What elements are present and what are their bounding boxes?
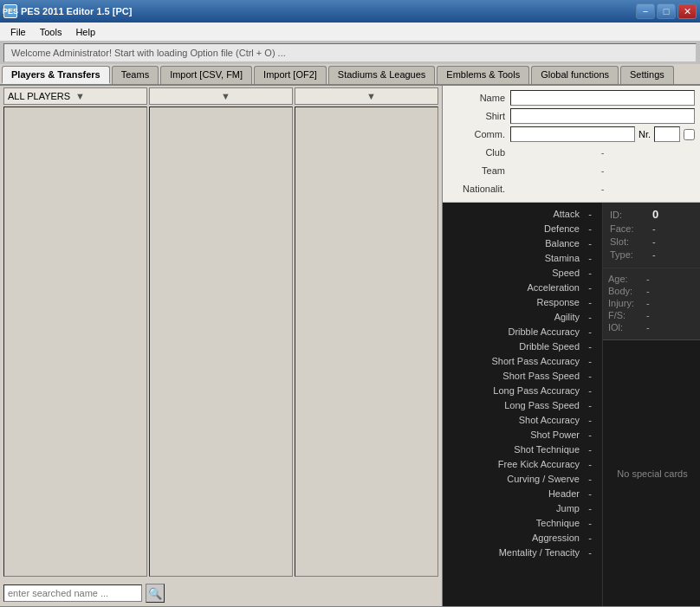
stat-row: Aggression - <box>446 530 599 545</box>
stat-value-6: - <box>581 297 599 307</box>
stat-label-13: Long Pass Speed <box>446 400 580 410</box>
special-cards: No special cards <box>603 340 700 606</box>
tab-import-csv[interactable]: Import [CSV, FM] <box>160 66 252 84</box>
tab-stadiums-leagues[interactable]: Stadiums & Leagues <box>328 66 436 84</box>
player-list-2[interactable] <box>149 107 293 577</box>
face-row: Face: - <box>610 223 695 234</box>
tab-global-functions[interactable]: Global functions <box>531 66 619 84</box>
iol-label: IOl: <box>608 322 643 333</box>
stat-row: Dribble Accuracy - <box>446 324 599 339</box>
stat-value-20: - <box>581 503 599 513</box>
stat-label-17: Free Kick Accuracy <box>446 459 580 469</box>
minimize-button[interactable]: − <box>636 3 655 19</box>
slot-row: Slot: - <box>610 236 695 247</box>
main-content: ALL PLAYERS ▼ ▼ ▼ 🔍 <box>0 86 700 606</box>
stat-label-12: Long Pass Accuracy <box>446 385 580 396</box>
tab-emblems-tools[interactable]: Emblems & Tools <box>437 66 529 84</box>
stat-value-13: - <box>581 400 599 410</box>
stat-label-3: Stamina <box>446 253 580 263</box>
stat-label-23: Mentality / Tenacity <box>446 547 580 558</box>
filter-dropdown-2[interactable]: ▼ <box>149 87 293 105</box>
stat-row: Attack - <box>446 206 599 221</box>
stat-value-12: - <box>581 385 599 396</box>
nationality-row: Nationalit. - <box>450 180 695 197</box>
menu-file[interactable]: File <box>3 25 33 39</box>
no-cards-text: No special cards <box>617 468 687 479</box>
stat-value-21: - <box>581 518 599 528</box>
stat-value-1: - <box>581 223 599 234</box>
player-list-3[interactable] <box>295 107 438 577</box>
filter-row: ALL PLAYERS ▼ ▼ ▼ <box>0 86 442 107</box>
comment-row: Comm. Nr. <box>450 126 695 143</box>
stat-row: Agility - <box>446 309 599 324</box>
stat-value-3: - <box>581 253 599 263</box>
stat-value-17: - <box>581 459 599 469</box>
menu-tools[interactable]: Tools <box>33 25 69 39</box>
nationality-value: - <box>510 181 695 197</box>
tab-teams[interactable]: Teams <box>112 66 159 84</box>
name-input[interactable] <box>510 90 695 106</box>
nr-input[interactable] <box>654 126 680 142</box>
id-label: ID: <box>610 210 649 220</box>
stat-value-8: - <box>581 326 599 337</box>
stat-row: Technique - <box>446 515 599 530</box>
tab-settings[interactable]: Settings <box>620 66 674 84</box>
stat-row: Balance - <box>446 236 599 250</box>
player-lists <box>0 107 442 580</box>
close-button[interactable]: ✕ <box>677 3 697 19</box>
search-input[interactable] <box>3 584 142 602</box>
stat-row: Short Pass Speed - <box>446 368 599 383</box>
stat-label-9: Dribble Speed <box>446 341 580 352</box>
player-list-1[interactable] <box>3 107 147 577</box>
menu-bar: File Tools Help <box>0 23 700 42</box>
tab-players-transfers[interactable]: Players & Transfers <box>2 66 110 84</box>
iol-value: - <box>646 322 650 333</box>
status-text: Welcome Administrator! Start with loadin… <box>11 48 286 58</box>
title-bar-left: PES PES 2011 Editor 1.5 [PC] <box>3 4 132 18</box>
stats-list: Attack - Defence - Balance - Stamina - S… <box>443 203 603 606</box>
stat-row: Response - <box>446 294 599 309</box>
menu-help[interactable]: Help <box>68 25 102 39</box>
injury-label: Injury: <box>608 298 643 308</box>
age-label: Age: <box>608 274 643 284</box>
club-row: Club - <box>450 144 695 161</box>
comment-input[interactable] <box>510 126 635 142</box>
team-value: - <box>510 163 695 178</box>
stat-row: Shot Accuracy - <box>446 412 599 427</box>
stat-row: Defence - <box>446 221 599 236</box>
maximize-button[interactable]: □ <box>657 3 676 19</box>
body-value: - <box>646 286 650 296</box>
player-info: Name Shirt Comm. Nr. Club - Team - <box>443 86 700 203</box>
stat-label-15: Shot Power <box>446 429 580 440</box>
stat-row: Acceleration - <box>446 280 599 294</box>
all-players-dropdown[interactable]: ALL PLAYERS ▼ <box>3 87 147 105</box>
team-row: Team - <box>450 162 695 179</box>
stat-row: Mentality / Tenacity - <box>446 545 599 559</box>
player-detail-top: ID: 0 Face: - Slot: - Type: - <box>603 203 700 268</box>
stat-label-20: Jump <box>446 503 580 513</box>
tab-import-of2[interactable]: Import [OF2] <box>254 66 327 84</box>
body-label: Body: <box>608 286 643 296</box>
stat-label-0: Attack <box>446 209 580 219</box>
stat-row: Long Pass Speed - <box>446 397 599 412</box>
title-bar-controls: − □ ✕ <box>636 3 697 19</box>
stat-row: Short Pass Accuracy - <box>446 353 599 368</box>
iol-row: IOl: - <box>608 322 650 333</box>
stat-label-8: Dribble Accuracy <box>446 326 580 337</box>
shirt-input[interactable] <box>510 108 695 124</box>
name-row: Name <box>450 89 695 107</box>
filter-dropdown-3[interactable]: ▼ <box>295 87 438 105</box>
right-panel: Name Shirt Comm. Nr. Club - Team - <box>442 86 700 606</box>
body-row: Body: - <box>608 286 650 296</box>
shirt-label: Shirt <box>450 111 510 121</box>
stat-value-16: - <box>581 444 599 455</box>
left-panels: ALL PLAYERS ▼ ▼ ▼ 🔍 <box>0 86 442 606</box>
age-row: Age: - <box>608 274 650 284</box>
status-bar: Welcome Administrator! Start with loadin… <box>3 43 697 62</box>
stat-value-7: - <box>581 312 599 322</box>
stat-value-14: - <box>581 415 599 425</box>
search-button[interactable]: 🔍 <box>146 584 165 603</box>
fs-label: F/S: <box>608 310 643 320</box>
nr-checkbox[interactable] <box>684 129 695 140</box>
stat-row: Header - <box>446 486 599 500</box>
